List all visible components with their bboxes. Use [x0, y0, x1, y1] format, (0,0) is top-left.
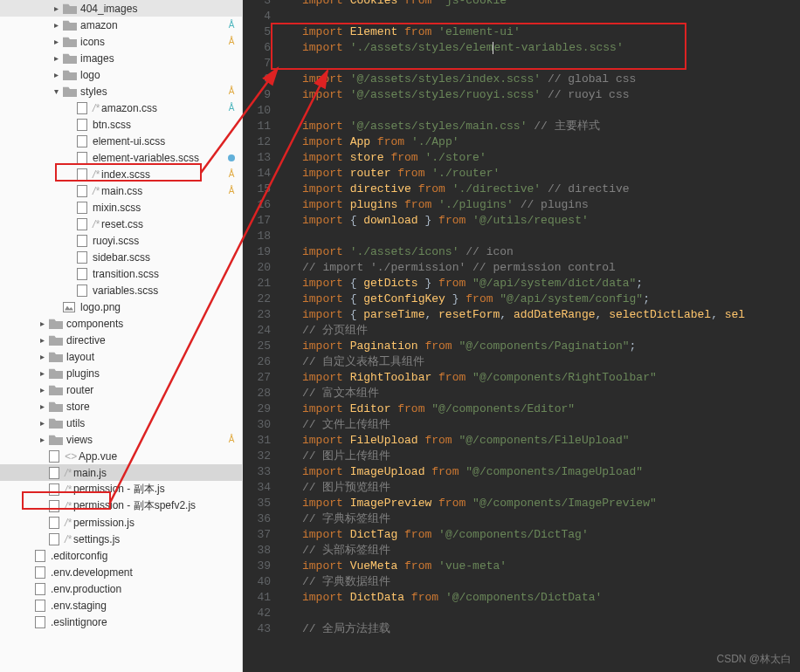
- code-line[interactable]: import ImagePreview from "@/components/I…: [286, 496, 800, 511]
- chevron-right-icon[interactable]: ▸: [35, 418, 49, 428]
- code-line[interactable]: import RightToolbar from "@/components/R…: [286, 370, 800, 386]
- tree-item-logo-png[interactable]: logo.png: [0, 298, 242, 315]
- chevron-right-icon[interactable]: ▸: [35, 368, 49, 378]
- tree-item-reset-css[interactable]: /* reset.css: [0, 216, 242, 232]
- tree-item-components[interactable]: ▸components: [0, 315, 242, 332]
- code-line[interactable]: import Editor from "@/components/Editor": [286, 401, 800, 417]
- code-line[interactable]: import store from './store': [286, 150, 800, 166]
- tree-item-amazon[interactable]: ▸amazonÅ: [0, 17, 242, 33]
- code-line[interactable]: import './assets/icons' // icon: [286, 244, 800, 260]
- tree-item-transition-scss[interactable]: transition.scss: [0, 265, 242, 282]
- code-line[interactable]: // 头部标签组件: [286, 543, 800, 559]
- tree-item-404-images[interactable]: ▸404_images: [0, 0, 242, 17]
- tree-item-router[interactable]: ▸router: [0, 381, 242, 398]
- code-line[interactable]: // 全局方法挂载: [286, 621, 800, 637]
- tree-item-btn-scss[interactable]: btn.scss: [0, 116, 242, 133]
- tree-item-views[interactable]: ▸viewsÅ: [0, 431, 242, 448]
- tree-item-icons[interactable]: ▸iconsÅ: [0, 33, 242, 50]
- tree-item-permission-----spefv2-js[interactable]: /* permission - 副本spefv2.js: [0, 497, 242, 514]
- code-line[interactable]: import { download } from '@/utils/reques…: [286, 213, 800, 229]
- code-line[interactable]: import DictTag from '@/components/DictTa…: [286, 527, 800, 543]
- code-line[interactable]: import { parseTime, resetForm, addDateRa…: [286, 307, 800, 323]
- file-explorer[interactable]: ▸404_images▸amazonÅ▸iconsÅ▸images▸logo▾s…: [0, 0, 243, 672]
- tree-item-main-css[interactable]: /* main.cssÅ: [0, 182, 242, 199]
- tree-item-store[interactable]: ▸store: [0, 398, 242, 415]
- code-area[interactable]: import Cookies from 'js-cookie'import El…: [279, 0, 800, 672]
- code-line[interactable]: [286, 229, 800, 244]
- code-line[interactable]: import DictData from '@/components/DictD…: [286, 590, 800, 606]
- chevron-right-icon[interactable]: ▸: [49, 20, 63, 30]
- tree-item-utils[interactable]: ▸utils: [0, 415, 242, 431]
- code-line[interactable]: // 文件上传组件: [286, 417, 800, 433]
- code-line[interactable]: import '@/assets/styles/ruoyi.scss' // r…: [286, 87, 800, 103]
- tree-item-amazon-css[interactable]: /* amazon.cssÅ: [0, 99, 242, 116]
- tree-item-settings-js[interactable]: /* settings.js: [0, 531, 242, 547]
- code-line[interactable]: [286, 606, 800, 621]
- chevron-right-icon[interactable]: ▸: [35, 435, 49, 444]
- chevron-down-icon[interactable]: ▾: [49, 86, 63, 96]
- code-line[interactable]: import Pagination from "@/components/Pag…: [286, 339, 800, 354]
- code-line[interactable]: import Element from 'element-ui': [286, 24, 800, 40]
- tree-item--env-staging[interactable]: .env.staging: [0, 597, 242, 614]
- chevron-right-icon[interactable]: ▸: [35, 335, 49, 345]
- code-line[interactable]: import ImageUpload from "@/components/Im…: [286, 464, 800, 480]
- tree-item-main-js[interactable]: /* main.js: [0, 464, 242, 481]
- file-icon: [35, 616, 45, 628]
- chevron-right-icon[interactable]: ▸: [49, 53, 63, 63]
- code-line[interactable]: // import './permission' // permission c…: [286, 260, 800, 276]
- code-line[interactable]: import Cookies from 'js-cookie': [286, 0, 800, 9]
- tree-item-label: variables.scss: [93, 285, 158, 297]
- tree-item--env-development[interactable]: .env.development: [0, 564, 242, 580]
- code-line[interactable]: import { getDicts } from "@/api/system/d…: [286, 276, 800, 291]
- tree-item--editorconfig[interactable]: .editorconfig: [0, 547, 242, 564]
- code-line[interactable]: import plugins from './plugins' // plugi…: [286, 197, 800, 213]
- code-line[interactable]: import { getConfigKey } from "@/api/syst…: [286, 291, 800, 307]
- tree-item-element-ui-scss[interactable]: element-ui.scss: [0, 133, 242, 149]
- code-line[interactable]: import '@/assets/styles/index.scss' // g…: [286, 72, 800, 87]
- tree-item--env-production[interactable]: .env.production: [0, 580, 242, 597]
- tree-item-plugins[interactable]: ▸plugins: [0, 365, 242, 381]
- chevron-right-icon[interactable]: ▸: [35, 319, 49, 328]
- chevron-right-icon[interactable]: ▸: [35, 385, 49, 394]
- code-line[interactable]: import router from './router': [286, 166, 800, 182]
- tree-item-index-scss[interactable]: /* index.scssÅ: [0, 166, 242, 182]
- code-line[interactable]: // 字典标签组件: [286, 511, 800, 527]
- tree-item-permission------js[interactable]: /* permission - 副本.js: [0, 481, 242, 497]
- tree-item-sidebar-scss[interactable]: sidebar.scss: [0, 249, 242, 265]
- chevron-right-icon[interactable]: ▸: [35, 401, 49, 411]
- tree-item-images[interactable]: ▸images: [0, 50, 242, 66]
- tree-item-app-vue[interactable]: <> App.vue: [0, 448, 242, 464]
- tree-item-variables-scss[interactable]: variables.scss: [0, 282, 242, 298]
- tree-item-directive[interactable]: ▸directive: [0, 332, 242, 348]
- code-line[interactable]: [286, 9, 800, 24]
- token-id: DictTag: [350, 528, 398, 541]
- code-line[interactable]: import VueMeta from 'vue-meta': [286, 559, 800, 574]
- tree-item-logo[interactable]: ▸logo: [0, 66, 242, 83]
- tree-item-styles[interactable]: ▾stylesÅ: [0, 83, 242, 99]
- code-line[interactable]: // 自定义表格工具组件: [286, 354, 800, 370]
- chevron-right-icon[interactable]: ▸: [49, 70, 63, 79]
- code-line[interactable]: [286, 56, 800, 72]
- tree-item-permission-js[interactable]: /* permission.js: [0, 514, 242, 531]
- tree-item-layout[interactable]: ▸layout: [0, 348, 242, 365]
- code-line[interactable]: import '@/assets/styles/main.css' // 主要样…: [286, 119, 800, 134]
- code-line[interactable]: // 图片预览组件: [286, 480, 800, 496]
- code-line[interactable]: import FileUpload from "@/components/Fil…: [286, 433, 800, 449]
- code-line[interactable]: import directive from './directive' // d…: [286, 182, 800, 197]
- tree-item-mixin-scss[interactable]: mixin.scss: [0, 199, 242, 216]
- chevron-right-icon[interactable]: ▸: [35, 352, 49, 361]
- code-line[interactable]: // 字典数据组件: [286, 574, 800, 590]
- code-line[interactable]: [286, 103, 800, 119]
- chevron-right-icon[interactable]: ▸: [49, 3, 63, 13]
- tree-item-ruoyi-scss[interactable]: ruoyi.scss: [0, 232, 242, 249]
- code-line[interactable]: // 图片上传组件: [286, 449, 800, 464]
- code-line[interactable]: import './assets/styles/element-variable…: [286, 40, 800, 56]
- code-line[interactable]: // 富文本组件: [286, 386, 800, 401]
- tree-item-element-variables-scss[interactable]: element-variables.scss: [0, 149, 242, 166]
- tree-item--eslintignore[interactable]: .eslintignore: [0, 614, 242, 630]
- code-line[interactable]: // 分页组件: [286, 323, 800, 339]
- code-line[interactable]: import App from './App': [286, 134, 800, 150]
- code-editor[interactable]: 3456789101112131415161718192021222324252…: [243, 0, 800, 672]
- vcs-badge-icon: Å: [226, 186, 237, 195]
- chevron-right-icon[interactable]: ▸: [49, 37, 63, 46]
